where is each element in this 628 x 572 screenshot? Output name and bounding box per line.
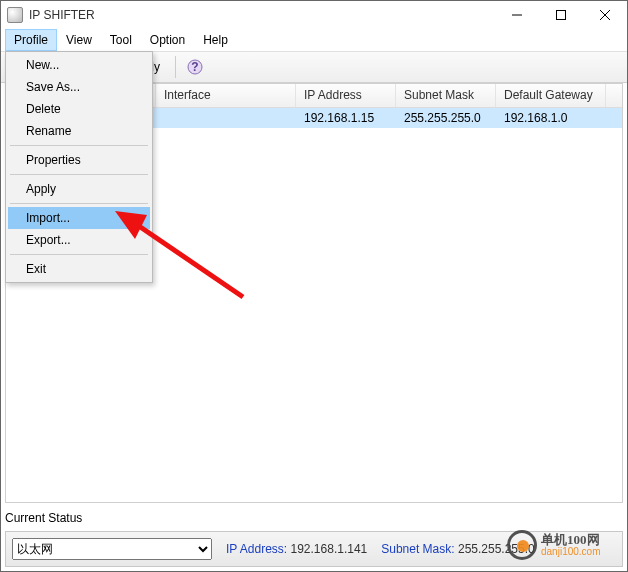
cell-interface: [156, 116, 296, 120]
svg-rect-1: [557, 11, 566, 20]
menu-item-rename[interactable]: Rename: [8, 120, 150, 142]
menu-item-export[interactable]: Export...: [8, 229, 150, 251]
status-ip-value: 192.168.1.141: [291, 542, 368, 556]
status-heading-label: Current Status: [5, 511, 82, 525]
menu-item-import[interactable]: Import...: [8, 207, 150, 229]
watermark: 单机100网 danji100.com: [507, 523, 627, 567]
adapter-select[interactable]: 以太网: [12, 538, 212, 560]
profile-dropdown-menu: New...Save As...DeleteRenamePropertiesAp…: [5, 51, 153, 283]
app-icon: [7, 7, 23, 23]
menu-separator: [10, 174, 148, 175]
menu-option[interactable]: Option: [141, 29, 194, 51]
watermark-logo-icon: [507, 530, 537, 560]
window-controls: [495, 1, 627, 29]
cell-mask: 255.255.255.0: [396, 109, 496, 127]
minimize-icon: [512, 10, 522, 20]
window-title: IP SHIFTER: [29, 8, 95, 22]
watermark-name: 单机100网: [541, 533, 600, 546]
close-icon: [600, 10, 610, 20]
menu-separator: [10, 254, 148, 255]
help-button[interactable]: ?: [182, 55, 208, 79]
watermark-url: danji100.com: [541, 546, 600, 557]
menu-view[interactable]: View: [57, 29, 101, 51]
close-button[interactable]: [583, 1, 627, 29]
menu-separator: [10, 145, 148, 146]
menu-tool[interactable]: Tool: [101, 29, 141, 51]
cell-ip: 192.168.1.15: [296, 109, 396, 127]
cell-gateway: 192.168.1.0: [496, 109, 606, 127]
menu-item-apply[interactable]: Apply: [8, 178, 150, 200]
menu-profile[interactable]: Profile: [5, 29, 57, 51]
help-icon: ?: [187, 59, 203, 75]
minimize-button[interactable]: [495, 1, 539, 29]
col-ip-address[interactable]: IP Address: [296, 84, 396, 107]
menu-separator: [10, 203, 148, 204]
col-interface[interactable]: Interface: [156, 84, 296, 107]
menu-item-save-as[interactable]: Save As...: [8, 76, 150, 98]
menu-item-delete[interactable]: Delete: [8, 98, 150, 120]
maximize-icon: [556, 10, 566, 20]
maximize-button[interactable]: [539, 1, 583, 29]
status-mask-label: Subnet Mask:: [381, 542, 454, 556]
status-ip-label: IP Address:: [226, 542, 287, 556]
menu-item-exit[interactable]: Exit: [8, 258, 150, 280]
col-default-gateway[interactable]: Default Gateway: [496, 84, 606, 107]
menu-item-properties[interactable]: Properties: [8, 149, 150, 171]
menu-item-new[interactable]: New...: [8, 54, 150, 76]
menu-help[interactable]: Help: [194, 29, 237, 51]
toolbar-separator: [175, 56, 176, 78]
titlebar: IP SHIFTER: [1, 1, 627, 29]
svg-text:?: ?: [191, 60, 198, 74]
col-subnet-mask[interactable]: Subnet Mask: [396, 84, 496, 107]
menubar: Profile View Tool Option Help: [1, 29, 627, 51]
